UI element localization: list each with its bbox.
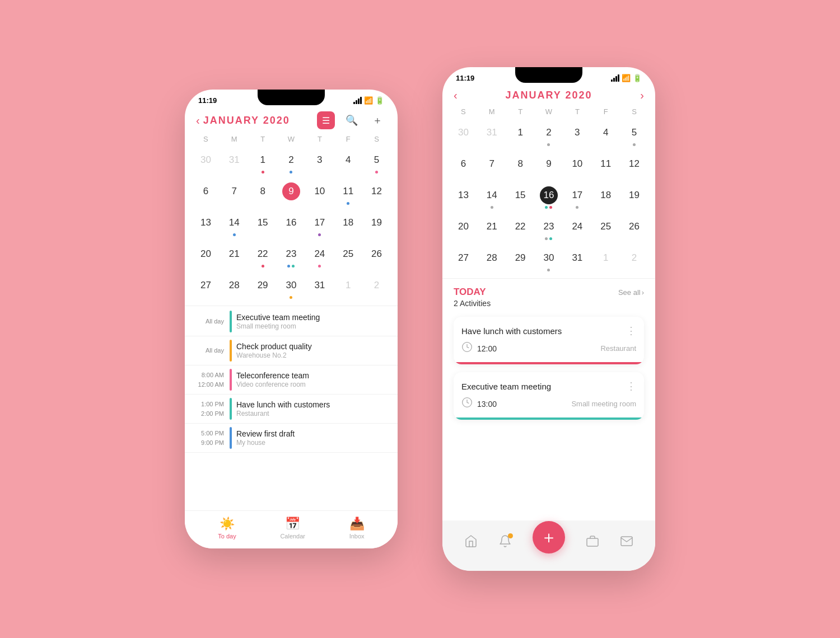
cal-day-15[interactable]: 15 xyxy=(249,210,277,242)
cal-day-26[interactable]: 26 xyxy=(362,242,391,273)
nav-calendar[interactable]: 📅 Calendar xyxy=(280,517,305,540)
event-row-4[interactable]: 5:00 PM9:00 PMReview first draftMy house xyxy=(185,424,398,453)
cal-day-1[interactable]: 1 xyxy=(591,246,620,277)
cal-day-14[interactable]: 14 xyxy=(478,183,506,214)
cal-day-9[interactable]: 9 xyxy=(277,179,306,210)
cal-day-10[interactable]: 10 xyxy=(305,179,334,210)
search-button[interactable]: 🔍 xyxy=(343,111,361,129)
event-row-0[interactable]: All dayExecutive team meetingSmall meeti… xyxy=(185,307,398,336)
fab-button[interactable]: ＋ xyxy=(533,521,565,553)
cal-day-2[interactable]: 2 xyxy=(277,148,306,179)
cal-day-5[interactable]: 5 xyxy=(362,148,391,179)
cal-day-17[interactable]: 17 xyxy=(305,210,334,242)
cal-day-2[interactable]: 2 xyxy=(620,246,648,277)
cal-day-27[interactable]: 27 xyxy=(449,246,478,277)
event-time-3: 1:00 PM2:00 PM xyxy=(185,395,230,423)
cal-day-30[interactable]: 30 xyxy=(277,273,306,304)
cal-day-4[interactable]: 4 xyxy=(334,148,362,179)
nav-mail-right[interactable] xyxy=(620,534,633,551)
cal-day-22[interactable]: 22 xyxy=(506,214,535,246)
see-all-button[interactable]: See all › xyxy=(618,288,644,297)
cal-day-29[interactable]: 29 xyxy=(249,273,277,304)
nav-today[interactable]: ☀️ To day xyxy=(218,517,236,540)
cal-day-3[interactable]: 3 xyxy=(563,120,591,152)
prev-month-left[interactable]: ‹ xyxy=(196,114,200,127)
cal-day-12[interactable]: 12 xyxy=(362,179,391,210)
activity-menu-1[interactable]: ⋮ xyxy=(626,380,636,392)
nav-home-right[interactable] xyxy=(464,534,478,551)
nav-inbox[interactable]: 📥 Inbox xyxy=(349,517,365,540)
cal-day-3[interactable]: 3 xyxy=(305,148,334,179)
cal-day-15[interactable]: 15 xyxy=(506,183,535,214)
cal-day-11[interactable]: 11 xyxy=(334,179,362,210)
cal-day-7[interactable]: 7 xyxy=(220,179,249,210)
cal-day-8[interactable]: 8 xyxy=(249,179,277,210)
cal-day-6[interactable]: 6 xyxy=(449,152,478,183)
cal-day-19[interactable]: 19 xyxy=(620,183,648,214)
next-month-right[interactable]: › xyxy=(640,89,644,102)
add-event-button[interactable]: ＋ xyxy=(368,111,386,129)
cal-day-21[interactable]: 21 xyxy=(220,242,249,273)
cal-day-1[interactable]: 1 xyxy=(249,148,277,179)
nav-briefcase-right[interactable] xyxy=(586,534,599,551)
event-row-1[interactable]: All dayCheck product qualityWarehouse No… xyxy=(185,336,398,365)
cal-day-24[interactable]: 24 xyxy=(563,214,591,246)
cal-day-24[interactable]: 24 xyxy=(305,242,334,273)
cal-day-13[interactable]: 13 xyxy=(449,183,478,214)
cal-day-23[interactable]: 23 xyxy=(535,214,563,246)
cal-day-2[interactable]: 2 xyxy=(362,273,391,304)
cal-day-16[interactable]: 16 xyxy=(535,183,563,214)
cal-day-31[interactable]: 31 xyxy=(220,148,249,179)
cal-day-30[interactable]: 30 xyxy=(449,120,478,152)
cal-day-9[interactable]: 9 xyxy=(535,152,563,183)
day-m: M xyxy=(220,133,249,146)
activity-card-0[interactable]: Have lunch with customers ⋮ 12:00 Restau… xyxy=(454,317,644,364)
gray-dot xyxy=(491,206,493,209)
cal-day-8[interactable]: 8 xyxy=(506,152,535,183)
cal-day-19[interactable]: 19 xyxy=(362,210,391,242)
cal-day-2[interactable]: 2 xyxy=(535,120,563,152)
cal-day-18[interactable]: 18 xyxy=(334,210,362,242)
cal-day-25[interactable]: 25 xyxy=(591,214,620,246)
cal-day-31[interactable]: 31 xyxy=(563,246,591,277)
cal-day-17[interactable]: 17 xyxy=(563,183,591,214)
cal-day-1[interactable]: 1 xyxy=(506,120,535,152)
event-info-1: Check product qualityWarehouse No.2 xyxy=(236,336,398,365)
cal-day-26[interactable]: 26 xyxy=(620,214,648,246)
cal-day-30[interactable]: 30 xyxy=(192,148,220,179)
cal-day-20[interactable]: 20 xyxy=(192,242,220,273)
event-row-2[interactable]: 8:00 AM12:00 AMTeleconference teamVideo … xyxy=(185,365,398,395)
cal-day-4[interactable]: 4 xyxy=(591,120,620,152)
cal-day-11[interactable]: 11 xyxy=(591,152,620,183)
cal-day-20[interactable]: 20 xyxy=(449,214,478,246)
cal-day-10[interactable]: 10 xyxy=(563,152,591,183)
event-info-2: Teleconference teamVideo conference room xyxy=(236,365,398,394)
cal-day-21[interactable]: 21 xyxy=(478,214,506,246)
cal-day-12[interactable]: 12 xyxy=(620,152,648,183)
cal-day-25[interactable]: 25 xyxy=(334,242,362,273)
cal-day-27[interactable]: 27 xyxy=(192,273,220,304)
activity-menu-0[interactable]: ⋮ xyxy=(626,325,636,337)
cal-day-29[interactable]: 29 xyxy=(506,246,535,277)
activity-card-1[interactable]: Executive team meeting ⋮ 13:00 Small mee… xyxy=(454,372,644,420)
cal-day-31[interactable]: 31 xyxy=(305,273,334,304)
cal-day-28[interactable]: 28 xyxy=(220,273,249,304)
cal-day-14[interactable]: 14 xyxy=(220,210,249,242)
bottom-nav-right: ＋ xyxy=(442,520,655,571)
cal-day-30[interactable]: 30 xyxy=(535,246,563,277)
cal-day-5[interactable]: 5 xyxy=(620,120,648,152)
event-row-3[interactable]: 1:00 PM2:00 PMHave lunch with customersR… xyxy=(185,395,398,424)
cal-day-13[interactable]: 13 xyxy=(192,210,220,242)
cal-day-18[interactable]: 18 xyxy=(591,183,620,214)
cal-day-31[interactable]: 31 xyxy=(478,120,506,152)
list-view-button[interactable]: ☰ xyxy=(317,111,335,129)
prev-month-right[interactable]: ‹ xyxy=(454,89,458,102)
cal-day-28[interactable]: 28 xyxy=(478,246,506,277)
cal-day-22[interactable]: 22 xyxy=(249,242,277,273)
cal-day-16[interactable]: 16 xyxy=(277,210,306,242)
nav-bell-right[interactable] xyxy=(498,534,512,551)
cal-day-7[interactable]: 7 xyxy=(478,152,506,183)
cal-day-1[interactable]: 1 xyxy=(334,273,362,304)
cal-day-6[interactable]: 6 xyxy=(192,179,220,210)
cal-day-23[interactable]: 23 xyxy=(277,242,306,273)
